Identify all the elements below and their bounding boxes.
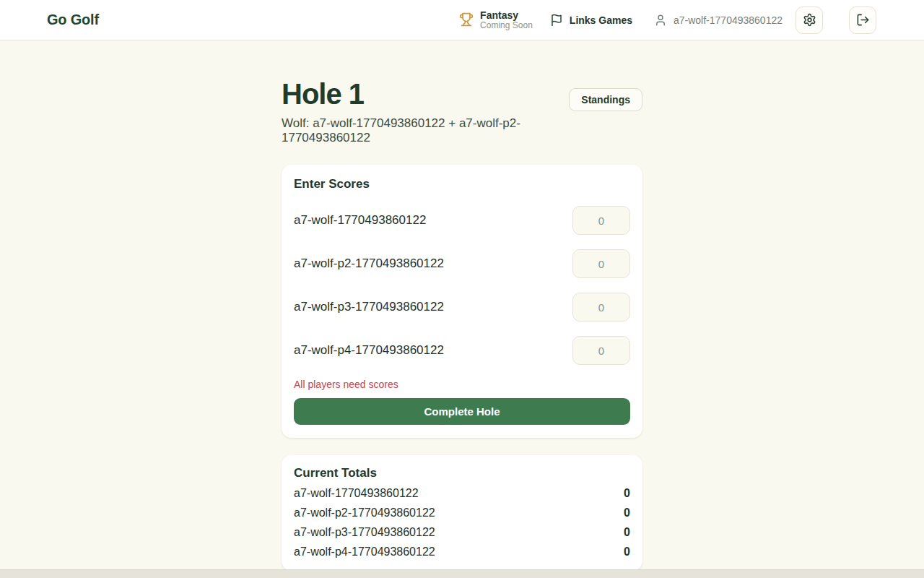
main-content: Hole 1 Wolf: a7-wolf-1770493860122 + a7-… — [0, 40, 924, 571]
current-totals-title: Current Totals — [294, 466, 630, 480]
score-input-player2[interactable] — [572, 249, 630, 278]
validation-error: All players need scores — [294, 379, 630, 390]
total-row: a7-wolf-p3-1770493860122 0 — [294, 526, 630, 539]
total-player-name: a7-wolf-1770493860122 — [294, 487, 419, 500]
page-head: Hole 1 Wolf: a7-wolf-1770493860122 + a7-… — [282, 78, 642, 145]
total-value: 0 — [624, 526, 630, 539]
settings-button[interactable] — [796, 7, 823, 34]
score-row: a7-wolf-1770493860122 — [294, 206, 630, 235]
fantasy-labels: Fantasy Coming Soon — [480, 9, 533, 31]
total-row: a7-wolf-p4-1770493860122 0 — [294, 545, 630, 558]
gear-icon — [803, 13, 816, 27]
links-games-label: Links Games — [570, 14, 632, 26]
user-name: a7-wolf-1770493860122 — [674, 14, 783, 26]
total-player-name: a7-wolf-p3-1770493860122 — [294, 526, 435, 539]
fantasy-sublabel: Coming Soon — [480, 21, 533, 31]
enter-scores-card: Enter Scores a7-wolf-1770493860122 a7-wo… — [282, 165, 642, 438]
standings-button[interactable]: Standings — [569, 88, 642, 111]
wolf-subtitle: Wolf: a7-wolf-1770493860122 + a7-wolf-p2… — [282, 116, 569, 145]
score-row: a7-wolf-p4-1770493860122 — [294, 336, 630, 365]
user-icon — [654, 14, 667, 27]
total-player-name: a7-wolf-p4-1770493860122 — [294, 545, 435, 558]
app-header: Go Golf Fantasy Coming Soon — [0, 0, 924, 40]
user-info: a7-wolf-1770493860122 — [654, 14, 783, 27]
fantasy-label: Fantasy — [480, 9, 533, 21]
nav-item-links-games[interactable]: Links Games — [550, 14, 632, 27]
player-name: a7-wolf-p4-1770493860122 — [294, 343, 444, 358]
trophy-icon — [459, 12, 474, 27]
score-input-player1[interactable] — [572, 206, 630, 235]
logout-icon — [856, 13, 870, 27]
enter-scores-title: Enter Scores — [294, 177, 630, 191]
player-name: a7-wolf-p3-1770493860122 — [294, 300, 444, 314]
app-logo[interactable]: Go Golf — [47, 12, 99, 28]
player-name: a7-wolf-p2-1770493860122 — [294, 256, 444, 271]
player-name: a7-wolf-1770493860122 — [294, 213, 426, 228]
total-value: 0 — [624, 487, 630, 500]
logout-button[interactable] — [849, 7, 876, 34]
score-row: a7-wolf-p2-1770493860122 — [294, 249, 630, 278]
current-totals-card: Current Totals a7-wolf-1770493860122 0 a… — [282, 455, 642, 571]
total-value: 0 — [624, 545, 630, 558]
score-row: a7-wolf-p3-1770493860122 — [294, 293, 630, 322]
complete-hole-button[interactable]: Complete Hole — [294, 398, 630, 425]
nav-item-fantasy[interactable]: Fantasy Coming Soon — [459, 9, 533, 31]
total-player-name: a7-wolf-p2-1770493860122 — [294, 506, 435, 519]
total-row: a7-wolf-1770493860122 0 — [294, 487, 630, 500]
score-input-player4[interactable] — [572, 336, 630, 365]
total-row: a7-wolf-p2-1770493860122 0 — [294, 506, 630, 519]
total-value: 0 — [624, 506, 630, 519]
header-nav: Fantasy Coming Soon Links Games a7-wolf-… — [459, 7, 876, 34]
page-title: Hole 1 — [282, 78, 569, 110]
footer-strip — [0, 569, 924, 578]
flag-icon — [550, 14, 563, 27]
score-input-player3[interactable] — [572, 293, 630, 322]
